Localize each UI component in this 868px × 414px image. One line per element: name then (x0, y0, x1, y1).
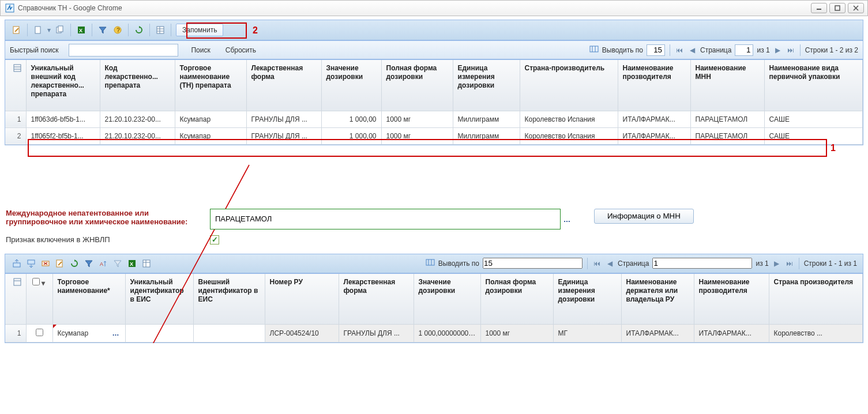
page-input-2[interactable] (652, 258, 752, 269)
svg-rect-13 (157, 27, 164, 33)
delete-row-icon[interactable] (40, 258, 51, 269)
refresh-icon[interactable] (133, 24, 145, 36)
svg-rect-8 (58, 26, 63, 32)
mnn-info-button[interactable]: Информация о МНН (594, 209, 694, 224)
annotation-2: 2 (253, 25, 258, 36)
page-input[interactable] (735, 44, 753, 56)
page-last2-icon[interactable]: ⏭ (785, 259, 794, 268)
filter-clear-icon[interactable] (112, 258, 123, 269)
svg-text:A: A (100, 261, 103, 267)
remember-button[interactable]: Запомнить (176, 24, 223, 36)
grid2-header: ▾ Торговое наименование* Уникальный иден… (5, 274, 863, 325)
excel2-icon[interactable]: X (126, 258, 138, 269)
grid1-header: Уникальный внешний код лекарственно... п… (5, 60, 863, 111)
edit-icon[interactable] (11, 24, 22, 36)
zhvnlp-label: Признак включения в ЖНВЛП (6, 235, 202, 244)
svg-text:X: X (130, 261, 133, 267)
grid2-toolbar: A X Выводить по ⏮ ◀ Страница из 1 ▶ ⏭ Ст… (5, 254, 863, 273)
page-first-icon[interactable]: ⏮ (675, 46, 684, 55)
rows-info-2: Строки 1 - 1 из 1 (804, 259, 857, 268)
filter-help-icon[interactable]: ? (112, 24, 123, 36)
doc-new-icon[interactable] (32, 24, 44, 36)
insert-row-bottom-icon[interactable] (25, 258, 37, 269)
page-label: Страница (700, 46, 731, 54)
columns-icon[interactable] (589, 44, 599, 55)
select-all-checkbox[interactable] (32, 278, 40, 285)
main-toolbar: ▾ X ? Запомнить (5, 20, 863, 40)
doc-copy-icon[interactable] (54, 24, 66, 36)
page-last-icon[interactable]: ⏭ (786, 46, 795, 55)
columns2-icon[interactable] (426, 258, 435, 269)
table-row[interactable]: 1 Ксумапар… ЛСР-004524/10 ГРАНУЛЫ ДЛЯ ..… (5, 325, 863, 343)
window-maximize-button[interactable] (829, 3, 846, 13)
page-prev-icon[interactable]: ◀ (687, 46, 697, 55)
zhvnlp-checkbox[interactable] (210, 235, 219, 244)
svg-text:X: X (79, 28, 82, 33)
mnn-input[interactable] (210, 209, 561, 229)
per-page-input-2[interactable] (483, 258, 583, 269)
page-first2-icon[interactable]: ⏮ (592, 259, 602, 268)
filter-icon[interactable] (97, 24, 108, 36)
page-of: из 1 (757, 46, 769, 54)
table2-icon[interactable] (141, 258, 152, 269)
refresh2-icon[interactable] (69, 258, 80, 269)
table-icon[interactable] (155, 24, 166, 36)
table-row[interactable]: 2 1ff065f2-bf5b-1... 21.20.10.232-00... … (5, 127, 863, 144)
search-button[interactable]: Поиск (189, 46, 212, 54)
page-prev2-icon[interactable]: ◀ (605, 259, 614, 268)
window-minimize-button[interactable] (811, 3, 827, 13)
svg-text:?: ? (117, 27, 120, 33)
page-of-2: из 1 (756, 259, 768, 268)
reset-button[interactable]: Сбросить (223, 46, 258, 54)
mnn-lookup-button[interactable]: … (562, 214, 572, 225)
table-row[interactable]: 1 1ff063d6-bf5b-1... 21.20.10.232-00... … (5, 111, 863, 127)
excel-icon[interactable]: X (76, 24, 87, 36)
svg-rect-2 (835, 6, 840, 10)
window-close-button[interactable] (848, 3, 864, 13)
quick-search-input[interactable] (69, 44, 178, 57)
per-page-input[interactable] (647, 44, 665, 56)
page-label-2: Страница (618, 259, 649, 268)
per-page-label: Выводить по (602, 46, 643, 54)
annotation-1: 1 (831, 143, 836, 153)
svg-rect-6 (35, 27, 40, 33)
svg-rect-25 (28, 260, 35, 264)
insert-row-top-icon[interactable] (11, 258, 22, 269)
svg-rect-39 (14, 278, 21, 285)
filter2-icon[interactable] (83, 258, 95, 269)
svg-rect-17 (590, 46, 598, 52)
svg-rect-33 (143, 260, 150, 267)
trade-name-lookup-icon[interactable]: … (112, 329, 121, 337)
svg-rect-20 (14, 65, 21, 71)
quick-search-label: Быстрый поиск (10, 46, 58, 54)
window-title-bar: Справочник ТН - Google Chrome (0, 0, 868, 16)
search-bar: Быстрый поиск Поиск Сбросить Выводить по… (5, 40, 863, 59)
trade-name-cell[interactable]: Ксумапар (58, 329, 89, 337)
per-page-label-2: Выводить по (438, 259, 479, 268)
svg-rect-24 (13, 263, 20, 267)
page-next-icon[interactable]: ▶ (773, 46, 783, 55)
rows-info: Строки 1 - 2 из 2 (805, 46, 858, 54)
svg-rect-36 (426, 259, 434, 265)
page-next2-icon[interactable]: ▶ (772, 259, 781, 268)
app-icon (5, 3, 14, 13)
window-title: Справочник ТН - Google Chrome (18, 4, 122, 12)
edit-row-icon[interactable] (54, 258, 66, 269)
mnn-label: Международное непатентованное или группи… (6, 209, 202, 226)
sort-asc-icon[interactable]: A (97, 258, 109, 269)
row-checkbox[interactable] (36, 329, 43, 336)
